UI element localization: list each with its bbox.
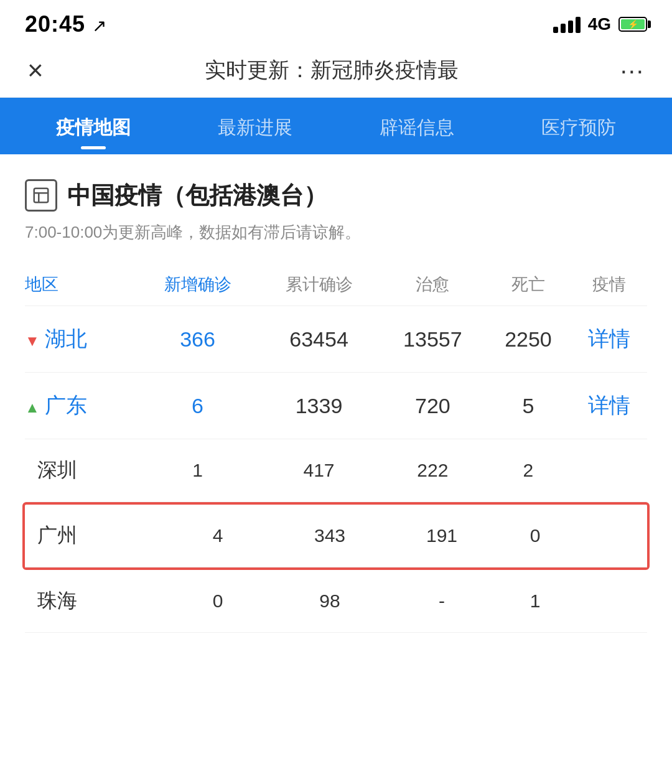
detail-link[interactable]: 详情 [571, 373, 647, 439]
recovered-cell: 720 [380, 373, 486, 439]
close-button[interactable]: × [27, 57, 44, 84]
detail-link[interactable]: 详情 [571, 306, 647, 373]
header-region: 地区 [25, 263, 137, 306]
tab-progress[interactable]: 最新进展 [174, 98, 336, 154]
header-total: 累计确诊 [258, 263, 380, 306]
total-cell: 63454 [258, 306, 380, 373]
table-row: 珠海 0 98 - 1 [25, 570, 647, 633]
deaths-cell: 2250 [486, 306, 571, 373]
signal-icon [553, 16, 581, 33]
total-cell: 417 [258, 439, 380, 502]
tab-bar: 疫情地图 最新进展 辟谣信息 医疗预防 [0, 98, 672, 154]
status-bar: 20:45 ↗ 4G ⚡ [0, 0, 672, 44]
map-icon [25, 179, 57, 212]
battery-icon: ⚡ [618, 17, 647, 32]
recovered-cell: - [386, 570, 498, 633]
new-cases-cell: 1 [137, 439, 258, 502]
network-label: 4G [588, 14, 611, 34]
section-header: 中国疫情（包括港澳台） [25, 179, 647, 212]
new-cases-cell: 4 [162, 505, 274, 567]
deaths-cell: 0 [498, 505, 572, 567]
tab-rumor[interactable]: 辟谣信息 [336, 98, 498, 154]
zhuhai-table: 珠海 0 98 - 1 [25, 570, 647, 633]
tab-map[interactable]: 疫情地图 [12, 98, 174, 154]
total-cell: 343 [274, 505, 386, 567]
location-icon: ↗ [92, 16, 107, 35]
region-cell: 广州 [25, 505, 162, 567]
region-cell: ▼湖北 [25, 306, 137, 373]
arrow-up-icon: ▲ [25, 399, 40, 416]
deaths-cell: 5 [486, 373, 571, 439]
highlighted-table: 广州 4 343 191 0 [25, 505, 647, 567]
table-row-highlighted: 广州 4 343 191 0 [25, 505, 647, 567]
header-deaths: 死亡 [486, 263, 571, 306]
total-cell: 1339 [258, 373, 380, 439]
recovered-cell: 13557 [380, 306, 486, 373]
nav-bar: × 实时更新：新冠肺炎疫情最 ··· [0, 44, 672, 98]
svg-rect-0 [34, 189, 49, 203]
page-title: 实时更新：新冠肺炎疫情最 [114, 56, 549, 85]
new-cases-cell: 0 [162, 570, 274, 633]
table-row: ▼湖北 366 63454 13557 2250 详情 [25, 306, 647, 373]
status-time: 20:45 ↗ [25, 11, 107, 37]
main-content: 中国疫情（包括港澳台） 7:00-10:00为更新高峰，数据如有滞后请谅解。 地… [0, 154, 672, 645]
region-cell: 深圳 [25, 439, 137, 502]
detail-cell [572, 505, 647, 567]
header-detail: 疫情 [571, 263, 647, 306]
recovered-cell: 222 [380, 439, 486, 502]
tab-medical[interactable]: 医疗预防 [498, 98, 660, 154]
arrow-down-icon: ▼ [25, 332, 40, 349]
detail-cell [571, 439, 647, 502]
status-icons: 4G ⚡ [553, 14, 647, 34]
total-cell: 98 [274, 570, 386, 633]
deaths-cell: 2 [486, 439, 571, 502]
section-title: 中国疫情（包括港澳台） [67, 180, 327, 212]
table-header-row: 地区 新增确诊 累计确诊 治愈 死亡 疫情 [25, 263, 647, 306]
region-cell: 珠海 [25, 570, 162, 633]
highlighted-region: 广州 4 343 191 0 [22, 502, 650, 570]
new-cases-cell: 366 [137, 306, 258, 373]
new-cases-cell: 6 [137, 373, 258, 439]
region-cell: ▲广东 [25, 373, 137, 439]
header-new: 新增确诊 [137, 263, 258, 306]
table-row: ▲广东 6 1339 720 5 详情 [25, 373, 647, 439]
recovered-cell: 191 [386, 505, 498, 567]
data-table: 地区 新增确诊 累计确诊 治愈 死亡 疫情 ▼湖北 366 63454 1355… [25, 263, 647, 502]
more-button[interactable]: ··· [620, 57, 645, 85]
section-subtitle: 7:00-10:00为更新高峰，数据如有滞后请谅解。 [25, 220, 647, 245]
deaths-cell: 1 [498, 570, 572, 633]
header-recovered: 治愈 [380, 263, 486, 306]
detail-cell [572, 570, 647, 633]
table-row: 深圳 1 417 222 2 [25, 439, 647, 502]
